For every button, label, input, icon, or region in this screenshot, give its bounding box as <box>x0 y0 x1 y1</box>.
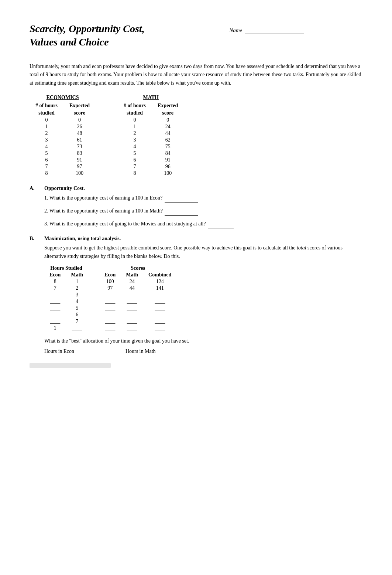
econ-col2-header: Expected <box>63 102 96 109</box>
q-a2-blank[interactable] <box>165 207 198 216</box>
math-score-cell: 44 <box>152 130 184 137</box>
math-score-cell: 100 <box>152 170 184 177</box>
table-row: 691 <box>118 157 184 163</box>
question-a1: 1. What is the opportunity cost of earni… <box>44 194 362 203</box>
math-score-cell: 24 <box>152 123 184 130</box>
section-a: A. Opportunity Cost. 1. What is the oppo… <box>30 186 362 228</box>
hours-allocation-line: Hours in Econ Hours in Math <box>44 347 362 356</box>
scores-header: Scores <box>99 265 176 272</box>
econ-score-cell: 73 <box>63 143 96 150</box>
math-col1-sub: studied <box>118 109 152 117</box>
math-score-cell: 84 <box>152 150 184 157</box>
table-row: ____ 6 ____ ____ ____ <box>44 312 176 318</box>
page-title: Scarcity, Opportunity Cost, Values and C… <box>30 22 213 49</box>
math-header: MATH <box>118 95 184 102</box>
math-score-cell: 96 <box>152 163 184 170</box>
q-a1-num: 1. <box>44 195 49 201</box>
econ-hours-cell: 0 <box>30 117 63 123</box>
name-input-line[interactable] <box>245 27 304 34</box>
t-math-hours: 5 <box>66 305 88 312</box>
t-econ-score: ____ <box>99 292 121 298</box>
econ-hours-cell: 2 <box>30 130 63 137</box>
t-econ-score: 100 <box>99 278 121 285</box>
math-score-cell: 91 <box>152 157 184 163</box>
math-col1-header: # of hours <box>118 102 152 109</box>
t-econ-hours: ____ <box>44 305 66 312</box>
math-hours-cell: 8 <box>118 170 152 177</box>
table-row: 124 <box>118 123 184 130</box>
section-a-letter: A. <box>30 186 37 191</box>
table-row: 00 <box>118 117 184 123</box>
econ-score-cell: 0 <box>63 117 96 123</box>
table-row: 126 <box>30 123 96 130</box>
table-row: 8100 <box>30 170 96 177</box>
q-a2-num: 2. <box>44 208 49 214</box>
math-score-cell: 75 <box>152 143 184 150</box>
hours-math-blank[interactable] <box>158 347 183 356</box>
q-a3-text: What is the opportunity cost of going to… <box>49 221 207 227</box>
math-hours-header: Math <box>66 272 88 278</box>
q-a1-blank[interactable] <box>165 194 198 203</box>
t-math-score: ____ <box>121 312 143 318</box>
section-b-title: Maximization, using total analysis. <box>44 236 121 242</box>
t-math-score: ____ <box>121 305 143 312</box>
t-econ-score: ____ <box>99 305 121 312</box>
economics-table: # of hours Expected studied score 001262 <box>30 102 96 177</box>
t-math-hours: 3 <box>66 292 88 298</box>
t-econ-score: ____ <box>99 312 121 318</box>
t-combined: ____ <box>143 318 176 325</box>
t-econ-score: ____ <box>99 325 121 331</box>
q-a2-text: What is the opportunity cost of earning … <box>49 208 164 214</box>
econ-hours-header: Econ <box>44 272 66 278</box>
section-b-letter: B. <box>30 236 37 242</box>
econ-col1-header: # of hours <box>30 102 63 109</box>
t-math-hours: 6 <box>66 312 88 318</box>
econ-hours-cell: 7 <box>30 163 63 170</box>
totals-table: Hours Studied Scores Econ Math Econ Math… <box>44 265 176 331</box>
math-hours-cell: 2 <box>118 130 152 137</box>
math-hours-cell: 3 <box>118 137 152 143</box>
econ-hours-cell: 3 <box>30 137 63 143</box>
t-math-score: 24 <box>121 278 143 285</box>
t-econ-hours: ____ <box>44 292 66 298</box>
math-table: # of hours Expected studied score 001242 <box>118 102 184 177</box>
t-combined: ____ <box>143 305 176 312</box>
t-math-score: ____ <box>121 318 143 325</box>
section-a-title: Opportunity Cost. <box>44 186 85 191</box>
econ-col2-sub: score <box>63 109 96 117</box>
t-math-score: ____ <box>121 298 143 305</box>
table-row: 473 <box>30 143 96 150</box>
t-combined: 124 <box>143 278 176 285</box>
hours-econ-blank[interactable] <box>76 347 117 356</box>
econ-hours-cell: 1 <box>30 123 63 130</box>
name-field: Name <box>229 22 362 34</box>
spacer-col <box>88 265 99 272</box>
t-math-hours: 4 <box>66 298 88 305</box>
t-math-hours: 2 <box>66 285 88 292</box>
table-row: 475 <box>118 143 184 150</box>
table-row: ____ 3 ____ ____ ____ <box>44 292 176 298</box>
math-hours-cell: 5 <box>118 150 152 157</box>
math-score-cell: 62 <box>152 137 184 143</box>
table-row: 361 <box>30 137 96 143</box>
math-hours-cell: 4 <box>118 143 152 150</box>
question-a2: 2. What is the opportunity cost of earni… <box>44 207 362 216</box>
table-row: ____ 7 ____ ____ ____ <box>44 318 176 325</box>
t-econ-hours: ____ <box>44 298 66 305</box>
intro-text: Unfortunately, your math and econ profes… <box>30 62 362 87</box>
econ-hours-cell: 6 <box>30 157 63 163</box>
t-econ-score: ____ <box>99 298 121 305</box>
section-a-content: 1. What is the opportunity cost of earni… <box>44 194 362 228</box>
math-col2-sub: score <box>152 109 184 117</box>
t-math-hours: ____ <box>66 325 88 331</box>
econ-score-cell: 61 <box>63 137 96 143</box>
table-row: 691 <box>30 157 96 163</box>
math-hours-cell: 1 <box>118 123 152 130</box>
footer-blurred <box>30 363 111 368</box>
q-a3-blank[interactable] <box>208 220 234 229</box>
econ-score-cell: 100 <box>63 170 96 177</box>
section-b-content: Suppose you want to get the highest poss… <box>44 244 362 356</box>
econ-score-cell: 97 <box>63 163 96 170</box>
table-row: 248 <box>30 130 96 137</box>
best-allocation-text: What is the "best" allocation of your ti… <box>44 337 362 356</box>
